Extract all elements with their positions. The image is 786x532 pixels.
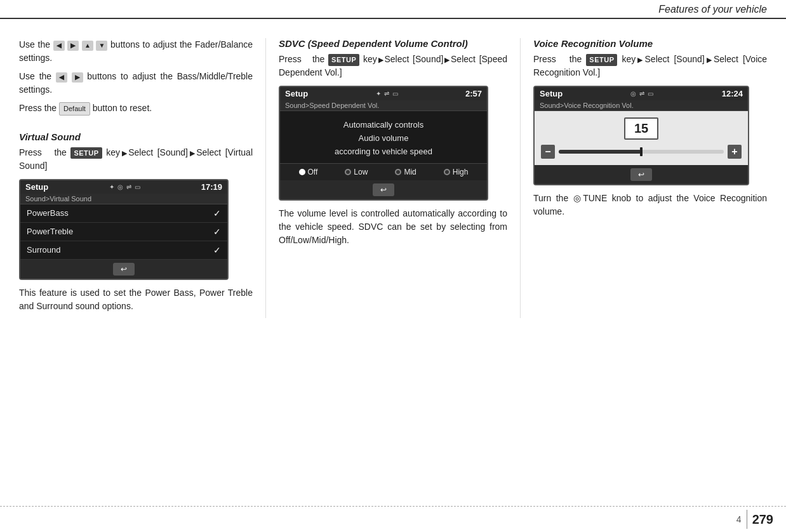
sdvc-batt-icon: ▭ xyxy=(392,90,398,97)
feature-desc: This feature is used to set the Power Ba… xyxy=(19,286,253,313)
sdvc-option-low[interactable]: Low xyxy=(345,168,368,176)
vr-screen-body: 15 − + xyxy=(535,111,748,165)
vr-minus-button[interactable]: − xyxy=(541,145,555,159)
vr-press-text: Press the SETUP key▶Select [Sound]▶Selec… xyxy=(533,53,767,79)
footer-divider xyxy=(747,510,747,529)
vs-back-row: ↩ xyxy=(20,260,227,279)
sdvc-screen: Setup ✦ ⇌ ▭ 2:57 Sound>Speed Dependent V… xyxy=(279,86,488,201)
virtual-sound-desc: Press the SETUP key▶Select [Sound]▶Selec… xyxy=(19,146,253,173)
setup-btn-sdvc[interactable]: SETUP xyxy=(328,54,359,66)
down-arrow-icon: ▼ xyxy=(96,41,107,51)
sdvc-option-mid[interactable]: Mid xyxy=(395,168,416,176)
header-title: Features of your vehicle xyxy=(658,4,767,15)
vr-screen-subheader: Sound>Voice Recognition Vol. xyxy=(535,100,748,111)
sdvc-label-low: Low xyxy=(354,168,368,176)
setup-btn-vs[interactable]: SETUP xyxy=(70,147,102,159)
sdvc-label-high: High xyxy=(453,168,469,176)
vr-screen-icons: ◎ ⇌ ▭ xyxy=(630,90,653,97)
vr-slider-thumb xyxy=(640,147,643,156)
left-arrow-icon: ◀ xyxy=(53,41,65,51)
vr-back-button[interactable]: ↩ xyxy=(630,168,652,181)
default-button[interactable]: Default xyxy=(59,102,90,116)
sdvc-wifi-icon: ⇌ xyxy=(384,90,389,97)
sdvc-line2: Audio volume xyxy=(285,132,482,145)
vr-screen-header: Setup ◎ ⇌ ▭ 12:24 xyxy=(535,87,748,100)
page-number-right: 279 xyxy=(752,512,773,527)
sdvc-radio-high xyxy=(444,169,450,175)
vs-screen-icons: ✦ ◎ ⇌ ▭ xyxy=(109,183,140,190)
vs-screen-title: Setup xyxy=(25,182,48,192)
vs-row-powerbass[interactable]: PowerBass ✓ xyxy=(20,204,227,223)
sdvc-screen-time: 2:57 xyxy=(465,89,482,98)
vr-screen-time: 12:24 xyxy=(722,89,743,98)
sdvc-screen-subheader: Sound>Speed Dependent Vol. xyxy=(280,100,487,111)
fader-balance-text: Use the ◀ ▶ ▲ ▼ buttons to adjust the Fa… xyxy=(19,38,253,65)
reset-text: Press the Default button to reset. xyxy=(19,102,253,116)
tune-icon: ◎ xyxy=(573,193,583,203)
right-arrow-icon: ▶ xyxy=(67,41,79,51)
vs-label-powerbass: PowerBass xyxy=(27,208,69,218)
up-arrow-icon: ▲ xyxy=(82,41,93,51)
sdvc-label-mid: Mid xyxy=(404,168,416,176)
vr-plus-button[interactable]: + xyxy=(728,145,742,159)
page-number-left: 4 xyxy=(736,514,742,524)
sdvc-center-text: Automatically controls Audio volume acco… xyxy=(280,111,487,163)
divider-2 xyxy=(520,38,521,318)
wifi-icon: ⇌ xyxy=(126,183,131,190)
vr-tune-desc: Turn the ◎TUNE knob to adjust the Voice … xyxy=(533,192,767,218)
page-numbers: 4 279 xyxy=(736,510,773,529)
vs-check-powerbass: ✓ xyxy=(213,208,221,218)
virtual-sound-screen: Setup ✦ ◎ ⇌ ▭ 17:19 Sound>Virtual Sound … xyxy=(19,179,229,280)
page-header: Features of your vehicle xyxy=(0,0,786,19)
sdvc-options-row: Off Low Mid High xyxy=(280,163,487,180)
sdvc-back-button[interactable]: ↩ xyxy=(373,183,394,196)
sdvc-option-off[interactable]: Off xyxy=(299,168,318,176)
vr-batt-icon: ▭ xyxy=(648,90,653,97)
vr-screen-title: Setup xyxy=(540,89,563,98)
sdvc-radio-off xyxy=(299,169,305,175)
sdvc-radio-low xyxy=(345,169,351,175)
vs-screen-header: Setup ✦ ◎ ⇌ ▭ 17:19 xyxy=(20,180,227,194)
vs-row-surround[interactable]: Surround ✓ xyxy=(20,241,227,260)
divider-1 xyxy=(265,38,266,318)
vs-row-powertreble[interactable]: PowerTreble ✓ xyxy=(20,223,227,241)
sdvc-radio-mid xyxy=(395,169,401,175)
vr-value-display: 15 xyxy=(624,117,658,140)
vr-heading: Voice Recognition Volume xyxy=(533,38,767,49)
sdvc-line1: Automatically controls xyxy=(285,119,482,132)
sdvc-option-high[interactable]: High xyxy=(444,168,469,176)
vr-slider-track[interactable] xyxy=(559,150,724,154)
column-3: Voice Recognition Volume Press the SETUP… xyxy=(524,38,767,318)
vs-check-powertreble: ✓ xyxy=(213,227,221,237)
battery-icon: ▭ xyxy=(135,183,140,190)
sdvc-screen-header: Setup ✦ ⇌ ▭ 2:57 xyxy=(280,87,487,100)
vr-wifi-icon: ⇌ xyxy=(639,90,644,97)
sdvc-label-off: Off xyxy=(308,168,318,176)
circle-icon: ◎ xyxy=(117,183,123,190)
sdvc-press-text: Press the SETUP key▶Select [Sound]▶Selec… xyxy=(279,53,507,79)
sdvc-screen-icons: ✦ ⇌ ▭ xyxy=(376,90,398,97)
page-footer: 4 279 xyxy=(0,506,786,532)
bluetooth-icon: ✦ xyxy=(109,183,114,190)
setup-btn-vr[interactable]: SETUP xyxy=(586,54,617,66)
vs-label-surround: Surround xyxy=(27,245,60,255)
vr-back-row: ↩ xyxy=(535,165,748,184)
sdvc-line3: according to vehicle speed xyxy=(285,145,482,159)
sdvc-desc: The volume level is controlled automatic… xyxy=(279,207,507,247)
vs-screen-subheader: Sound>Virtual Sound xyxy=(20,194,227,204)
sdvc-screen-title: Setup xyxy=(285,89,308,98)
left-arrow2-icon: ◀ xyxy=(56,72,67,83)
sdvc-heading: SDVC (Speed Dependent Volume Control) xyxy=(279,38,507,49)
vs-label-powertreble: PowerTreble xyxy=(27,227,73,236)
main-content: Use the ◀ ▶ ▲ ▼ buttons to adjust the Fa… xyxy=(0,19,786,318)
virtual-sound-heading: Virtual Sound xyxy=(19,131,253,142)
bass-treble-text: Use the ◀ ▶ buttons to adjust the Bass/M… xyxy=(19,70,253,96)
column-2: SDVC (Speed Dependent Volume Control) Pr… xyxy=(269,38,517,318)
vr-slider-fill xyxy=(559,150,641,154)
vr-slider-row: − + xyxy=(541,145,742,159)
vs-check-surround: ✓ xyxy=(213,245,221,255)
vs-screen-time: 17:19 xyxy=(201,182,222,192)
sdvc-back-row: ↩ xyxy=(280,180,487,199)
sdvc-bt-icon: ✦ xyxy=(376,90,381,97)
vs-back-button[interactable]: ↩ xyxy=(113,263,135,276)
